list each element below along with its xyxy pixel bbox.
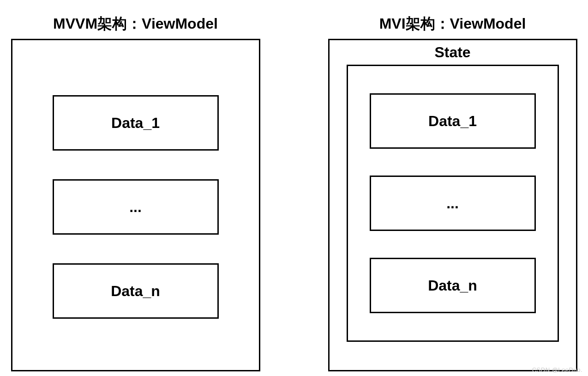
mvi-data-box: ... [370, 176, 536, 231]
diagram-container: MVVM架构：ViewModel Data_1 ... Data_n MVI架构… [0, 0, 588, 371]
mvi-data-label: ... [446, 195, 459, 212]
watermark-text: CSDN @LeeDuo. [532, 366, 582, 373]
mvvm-data-label: Data_n [111, 283, 160, 300]
mvvm-data-label: ... [129, 199, 142, 216]
mvvm-title: MVVM架构：ViewModel [53, 14, 218, 34]
mvi-state-box: Data_1 ... Data_n [347, 65, 559, 342]
mvvm-panel: MVVM架构：ViewModel Data_1 ... Data_n [9, 14, 262, 371]
mvi-viewmodel-box: State Data_1 ... Data_n [328, 39, 577, 371]
mvvm-data-box: Data_n [53, 263, 219, 319]
mvvm-content: Data_1 ... Data_n [12, 44, 259, 370]
mvi-panel: MVI架构：ViewModel State Data_1 ... Data_n [326, 14, 579, 371]
mvvm-data-box: ... [53, 179, 219, 235]
mvvm-data-box: Data_1 [53, 95, 219, 151]
mvi-data-box: Data_1 [370, 93, 536, 149]
mvvm-data-label: Data_1 [111, 115, 160, 132]
mvi-data-box: Data_n [370, 258, 536, 313]
mvi-data-label: Data_1 [428, 113, 477, 130]
mvvm-viewmodel-box: Data_1 ... Data_n [11, 39, 260, 371]
mvi-state-label: State [434, 44, 470, 61]
mvi-data-label: Data_n [428, 277, 477, 294]
mvi-title: MVI架构：ViewModel [379, 14, 526, 34]
